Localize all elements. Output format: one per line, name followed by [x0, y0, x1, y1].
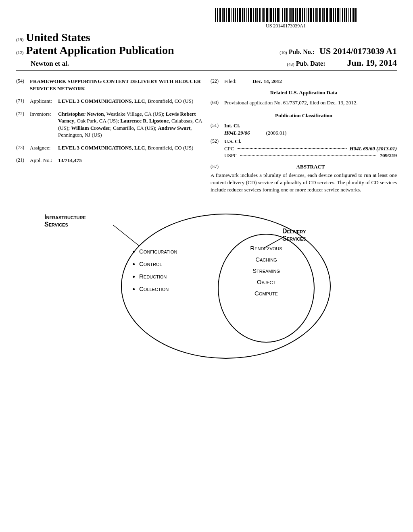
applicant-value: LEVEL 3 COMMUNICATIONS, LLC, Broomfield,… — [58, 98, 202, 105]
inid-21: (21) — [16, 157, 30, 164]
inventors-value: Christopher Newton, Westlake Village, CA… — [58, 110, 202, 139]
dotted-leader — [240, 155, 378, 156]
inid-72: (72) — [16, 110, 30, 139]
infrastructure-items: Configuration Control Reduction Collecti… — [131, 248, 177, 298]
left-column: (54) FRAMEWORK SUPPORTING CONTENT DELIVE… — [16, 78, 202, 193]
svg-line-0 — [113, 225, 139, 246]
field-us-cl: (52) U.S. Cl. CPC H04L 65/60 (2013.01) U… — [211, 138, 397, 159]
delivery-item-caching: Caching — [234, 256, 298, 263]
figure-diagram: Infrastructure Services Delivery Service… — [40, 210, 371, 363]
uspc-value: 709/219 — [380, 152, 397, 159]
int-cl-class: H04L 29/06 — [224, 129, 250, 137]
pub-date-label: Pub. Date: — [296, 60, 325, 67]
appl-no-value: 13/714,475 — [58, 157, 202, 164]
publication-type: Patent Application Publication — [26, 44, 174, 57]
pub-no-value: US 2014/0173039 A1 — [319, 46, 397, 56]
delivery-item-streaming: Streaming — [234, 267, 298, 274]
uspc-label: USPC — [224, 152, 238, 159]
field-int-cl: (51) Int. Cl. H04L 29/06 (2006.01) — [211, 122, 397, 136]
pub-date-value: Jun. 19, 2014 — [347, 58, 397, 68]
filed-value: Dec. 14, 2012 — [252, 78, 397, 85]
assignee-value: LEVEL 3 COMMUNICATIONS, LLC, Broomfield,… — [58, 144, 202, 152]
delivery-item-rendezvous: Rendezvous — [234, 245, 298, 251]
inid-19: (19) — [16, 37, 23, 42]
inid-12: (12) — [16, 50, 23, 55]
inid-51: (51) — [211, 122, 224, 136]
document-body: (54) FRAMEWORK SUPPORTING CONTENT DELIVE… — [16, 78, 397, 193]
pub-no-label: Pub. No.: — [289, 48, 315, 55]
delivery-item-compute: Compute — [234, 290, 298, 297]
filed-label: Filed: — [224, 78, 252, 85]
inid-71: (71) — [16, 98, 30, 105]
right-column: (22) Filed: Dec. 14, 2012 Related U.S. A… — [211, 78, 397, 193]
field-filed: (22) Filed: Dec. 14, 2012 — [211, 78, 397, 85]
infra-item-control: Control — [139, 260, 177, 267]
appl-no-label: Appl. No.: — [30, 157, 58, 164]
provisional-text: Provisional application No. 61/737,072, … — [224, 99, 397, 106]
infrastructure-services-label: Infrastructure Services — [44, 214, 86, 228]
inid-60: (60) — [211, 99, 224, 106]
inid-43: (43) — [287, 62, 294, 66]
dotted-leader — [237, 148, 347, 149]
cpc-label: CPC — [224, 145, 234, 152]
delivery-item-object: Object — [234, 278, 298, 285]
us-cl-label: U.S. Cl. — [224, 138, 397, 145]
infra-item-reduction: Reduction — [139, 273, 177, 280]
barcode-lines — [215, 8, 357, 22]
field-applicant: (71) Applicant: LEVEL 3 COMMUNICATIONS, … — [16, 98, 202, 105]
inid-52: (52) — [211, 138, 224, 159]
assignee-label: Assignee: — [30, 144, 58, 152]
barcode-section: US 20140173039A1 — [16, 8, 397, 29]
barcode: US 20140173039A1 — [215, 8, 357, 29]
inid-22: (22) — [211, 78, 224, 85]
document-header: (19) United States (12) Patent Applicati… — [16, 31, 397, 71]
abstract-text: A framework includes a plurality of devi… — [211, 172, 397, 193]
inid-10: (10) — [280, 50, 287, 55]
inventors-label: Inventors: — [30, 110, 58, 139]
field-title: (54) FRAMEWORK SUPPORTING CONTENT DELIVE… — [16, 78, 202, 92]
pub-class-heading: Publication Classification — [211, 112, 397, 119]
delivery-items: Rendezvous Caching Streaming Object Comp… — [234, 245, 298, 301]
related-data-heading: Related U.S. Application Data — [211, 89, 397, 96]
int-cl-year: (2006.01) — [266, 129, 286, 137]
inid-57: (57) — [211, 163, 224, 172]
inid-54: (54) — [16, 78, 30, 92]
field-abstract: (57) ABSTRACT — [211, 163, 397, 172]
field-provisional: (60) Provisional application No. 61/737,… — [211, 99, 397, 106]
infra-item-collection: Collection — [139, 285, 177, 292]
infra-item-configuration: Configuration — [139, 248, 177, 255]
barcode-text: US 20140173039A1 — [215, 23, 357, 29]
field-appl-no: (21) Appl. No.: 13/714,475 — [16, 157, 202, 164]
int-cl-label: Int. Cl. — [224, 122, 397, 129]
abstract-heading: ABSTRACT — [224, 163, 397, 170]
author-name: Newton et al. — [31, 60, 69, 68]
invention-title: FRAMEWORK SUPPORTING CONTENT DELIVERY WI… — [30, 78, 202, 92]
inid-73: (73) — [16, 144, 30, 152]
country-name: United States — [26, 31, 90, 44]
field-inventors: (72) Inventors: Christopher Newton, West… — [16, 110, 202, 139]
field-assignee: (73) Assignee: LEVEL 3 COMMUNICATIONS, L… — [16, 144, 202, 152]
cpc-value: H04L 65/60 (2013.01) — [349, 145, 397, 152]
applicant-label: Applicant: — [30, 98, 58, 105]
